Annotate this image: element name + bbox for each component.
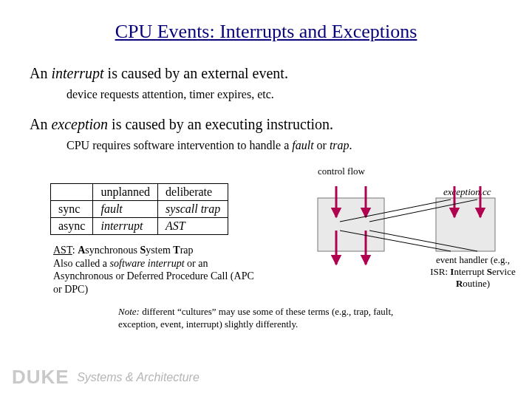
table-row: async interrupt AST	[51, 218, 228, 235]
control-flow-label: control flow	[318, 166, 365, 177]
interrupt-def: An interrupt is caused by an external ev…	[30, 64, 502, 83]
event-handler-label: event handler (e.g., ISR: Interrupt Serv…	[414, 254, 532, 289]
note-text: Note: different “cultures” may use some …	[118, 306, 414, 330]
ast-definition: AST: Asynchronous System Trap Also calle…	[53, 244, 260, 296]
svg-rect-0	[318, 198, 384, 251]
footer-brand: DUKE Systems & Architecture	[12, 366, 200, 389]
page-title: CPU Events: Interrupts and Exceptions	[30, 21, 502, 43]
table-row: unplanned deliberate	[51, 184, 228, 201]
footer-subtitle: Systems & Architecture	[77, 371, 200, 384]
classification-table: unplanned deliberate sync fault syscall …	[50, 183, 228, 235]
slide: CPU Events: Interrupts and Exceptions An…	[0, 0, 532, 399]
duke-logo: DUKE	[12, 366, 69, 389]
interrupt-sub: device requests attention, timer expires…	[66, 87, 502, 101]
exception-def: An exception is caused by an executing i…	[30, 115, 502, 134]
table-row: sync fault syscall trap	[51, 201, 228, 218]
exception-sub: CPU requires software intervention to ha…	[66, 138, 502, 152]
mid-area: unplanned deliberate sync fault syscall …	[30, 166, 502, 335]
